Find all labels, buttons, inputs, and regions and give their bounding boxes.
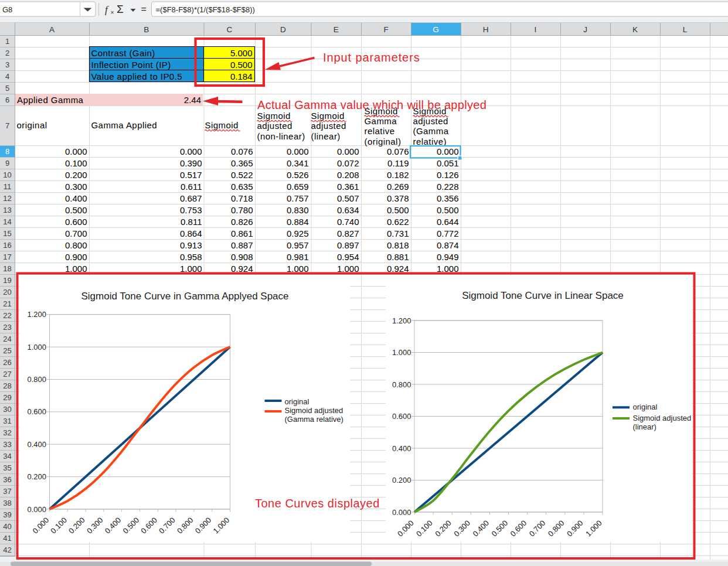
svg-text:8: 8	[5, 147, 9, 156]
svg-text:32: 32	[3, 428, 11, 437]
svg-text:C: C	[226, 25, 232, 34]
svg-text:0.184: 0.184	[230, 71, 253, 81]
svg-text:relative): relative)	[413, 137, 447, 146]
svg-text:1.200: 1.200	[392, 316, 411, 325]
svg-text:Value applied to IP0.5: Value applied to IP0.5	[91, 71, 183, 81]
svg-text:0.818: 0.818	[387, 240, 409, 250]
svg-text:adjusted: adjusted	[311, 121, 346, 131]
svg-text:0.731: 0.731	[387, 229, 409, 238]
svg-text:0.228: 0.228	[437, 182, 459, 192]
svg-text:5.000: 5.000	[230, 48, 253, 58]
svg-text:0.897: 0.897	[337, 240, 359, 250]
svg-text:25: 25	[3, 346, 11, 355]
svg-text:1.000: 1.000	[392, 348, 411, 357]
svg-text:Sigmoid: Sigmoid	[257, 111, 291, 121]
svg-text:0.757: 0.757	[287, 193, 309, 203]
svg-text:B: B	[144, 25, 149, 34]
svg-text:0.300: 0.300	[65, 182, 87, 192]
svg-text:0.200: 0.200	[65, 170, 87, 180]
svg-text:0.000: 0.000	[337, 146, 359, 156]
svg-text:Sigmoid: Sigmoid	[311, 111, 345, 121]
svg-text:Gamma Applied: Gamma Applied	[91, 120, 158, 130]
svg-text:6: 6	[5, 96, 9, 104]
svg-text:24: 24	[3, 335, 11, 343]
svg-text:original: original	[633, 403, 658, 411]
svg-text:0.827: 0.827	[337, 229, 359, 238]
svg-text:0.811: 0.811	[181, 217, 202, 227]
svg-text:0.949: 0.949	[437, 252, 459, 262]
svg-text:0.700: 0.700	[65, 229, 87, 238]
svg-text:0.800: 0.800	[27, 375, 46, 384]
svg-text:0.772: 0.772	[437, 229, 459, 238]
svg-text:12: 12	[3, 194, 11, 203]
svg-text:×: ×	[111, 9, 114, 16]
svg-text:16: 16	[3, 241, 11, 250]
svg-text:18: 18	[3, 264, 11, 273]
svg-text:0.908: 0.908	[231, 252, 253, 262]
svg-text:0.622: 0.622	[387, 217, 409, 227]
svg-text:Σ: Σ	[117, 3, 124, 15]
svg-text:0.924: 0.924	[387, 264, 409, 274]
svg-text:1.000: 1.000	[27, 343, 46, 352]
svg-text:0.051: 0.051	[437, 158, 459, 168]
svg-text:=: =	[141, 4, 147, 14]
svg-text:0.800: 0.800	[392, 380, 411, 389]
svg-text:34: 34	[3, 452, 11, 461]
svg-text:0.600: 0.600	[392, 412, 411, 421]
svg-text:38: 38	[3, 499, 11, 507]
svg-text:14: 14	[3, 217, 11, 226]
svg-text:Tone Curves displayed: Tone Curves displayed	[255, 497, 380, 510]
svg-text:(linear): (linear)	[633, 422, 656, 431]
svg-text:0.753: 0.753	[180, 205, 202, 215]
svg-text:0.981: 0.981	[287, 252, 309, 262]
svg-text:0.400: 0.400	[392, 444, 411, 453]
svg-text:0.957: 0.957	[287, 240, 309, 250]
svg-text:0.600: 0.600	[27, 407, 46, 416]
svg-text:42: 42	[3, 545, 11, 554]
svg-text:0.500: 0.500	[65, 205, 87, 215]
svg-text:0.365: 0.365	[231, 158, 253, 168]
svg-text:0.517: 0.517	[180, 170, 202, 180]
svg-text:0.000: 0.000	[65, 146, 87, 156]
svg-text:0.126: 0.126	[437, 170, 459, 180]
svg-text:0.000: 0.000	[437, 146, 459, 156]
svg-text:0.800: 0.800	[65, 240, 87, 250]
svg-text:0.182: 0.182	[387, 170, 409, 180]
svg-text:19: 19	[3, 276, 11, 285]
svg-text:17: 17	[3, 253, 11, 261]
svg-text:Gamma: Gamma	[365, 116, 397, 126]
svg-text:(linear): (linear)	[311, 131, 341, 141]
svg-text:1.000: 1.000	[437, 264, 459, 274]
svg-text:9: 9	[5, 159, 9, 168]
svg-text:0.341: 0.341	[287, 158, 309, 168]
svg-text:0.400: 0.400	[65, 193, 87, 203]
svg-text:Actual Gamma value which will: Actual Gamma value which will be applyed	[257, 98, 487, 111]
svg-text:0.507: 0.507	[337, 193, 359, 203]
svg-text:0.076: 0.076	[231, 146, 253, 156]
svg-text:41: 41	[3, 534, 11, 543]
svg-text:0.500: 0.500	[437, 205, 459, 215]
svg-text:(Gamma relative): (Gamma relative)	[285, 415, 343, 424]
svg-text:Input parameters: Input parameters	[323, 51, 420, 64]
svg-text:27: 27	[3, 370, 11, 379]
svg-text:0.611: 0.611	[181, 182, 202, 192]
svg-text:0.200: 0.200	[392, 476, 411, 485]
svg-text:adjusted: adjusted	[413, 116, 448, 126]
svg-text:I: I	[535, 25, 537, 34]
svg-text:(Gamma: (Gamma	[413, 126, 449, 136]
svg-text:30: 30	[3, 405, 11, 414]
svg-text:0.400: 0.400	[27, 440, 46, 449]
svg-text:H: H	[483, 25, 489, 34]
svg-text:0.718: 0.718	[231, 193, 253, 203]
svg-text:0.000: 0.000	[287, 146, 309, 156]
svg-text:0.634: 0.634	[337, 205, 359, 215]
svg-text:1.200: 1.200	[27, 310, 46, 319]
svg-text:(non-linear): (non-linear)	[257, 131, 305, 141]
svg-text:0.644: 0.644	[437, 217, 459, 227]
svg-text:Sigmoid Tone Curve in Gamma Ap: Sigmoid Tone Curve in Gamma Applyed Spac…	[81, 291, 288, 302]
svg-text:0.958: 0.958	[180, 252, 202, 262]
svg-text:33: 33	[3, 440, 11, 449]
svg-text:1.000: 1.000	[65, 264, 87, 274]
svg-text:Sigmoid adjusted: Sigmoid adjusted	[285, 406, 343, 415]
svg-text:21: 21	[3, 299, 11, 308]
